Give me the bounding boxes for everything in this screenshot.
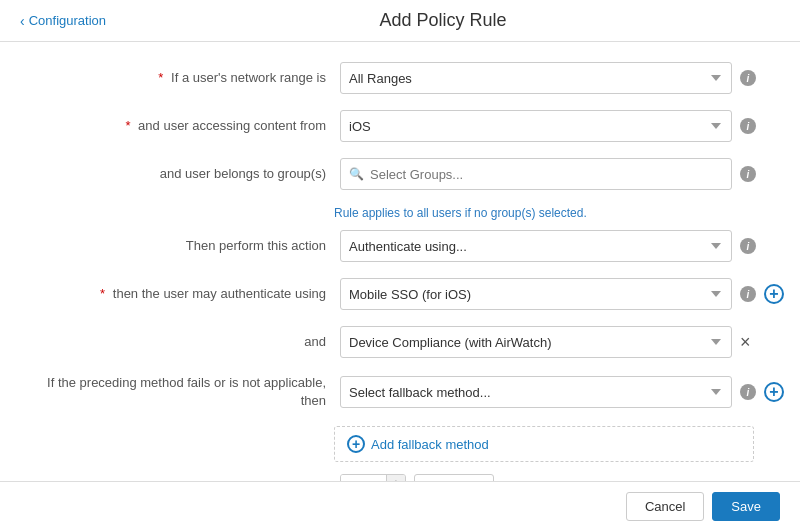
content-from-select[interactable]: iOS bbox=[340, 110, 732, 142]
reauth-unit-select[interactable]: Hours bbox=[414, 474, 494, 481]
content-from-select-wrapper: iOS bbox=[340, 110, 732, 142]
auth-method-select[interactable]: Mobile SSO (for iOS) bbox=[340, 278, 732, 310]
cancel-button[interactable]: Cancel bbox=[626, 492, 704, 521]
network-range-select[interactable]: All Ranges bbox=[340, 62, 732, 94]
form-row-action: Then perform this action Authenticate us… bbox=[0, 230, 800, 262]
page-title: Add Policy Rule bbox=[106, 10, 780, 31]
groups-info-icon[interactable]: i bbox=[740, 166, 756, 182]
auth-method-label: * then the user may authenticate using bbox=[20, 285, 340, 303]
groups-search-wrap[interactable]: 🔍 bbox=[340, 158, 732, 190]
fallback-select-wrapper: Select fallback method... bbox=[340, 376, 732, 408]
reauth-unit-select-wrapper: Hours bbox=[414, 474, 494, 481]
form-row-network-range: * If a user's network range is All Range… bbox=[0, 62, 800, 94]
reauth-control: ▲ ▼ Hours i bbox=[340, 474, 780, 481]
auth-method-select-wrapper: Mobile SSO (for iOS) bbox=[340, 278, 732, 310]
back-label: Configuration bbox=[29, 13, 106, 28]
content: * If a user's network range is All Range… bbox=[0, 42, 800, 481]
action-label: Then perform this action bbox=[20, 237, 340, 255]
groups-label: and user belongs to group(s) bbox=[20, 165, 340, 183]
page: ‹ Configuration Add Policy Rule * If a u… bbox=[0, 0, 800, 531]
fallback-select[interactable]: Select fallback method... bbox=[340, 376, 732, 408]
and-close-icon[interactable]: × bbox=[740, 333, 751, 351]
fallback-control: Select fallback method... i + bbox=[340, 376, 784, 408]
fallback-info-icon[interactable]: i bbox=[740, 384, 756, 400]
search-icon: 🔍 bbox=[349, 167, 364, 181]
and-select[interactable]: Device Compliance (with AirWatch) bbox=[340, 326, 732, 358]
groups-hint: Rule applies to all users if no group(s)… bbox=[0, 206, 800, 230]
auth-method-add-icon[interactable]: + bbox=[764, 284, 784, 304]
form-row-fallback: If the preceding method fails or is not … bbox=[0, 374, 800, 410]
save-button[interactable]: Save bbox=[712, 492, 780, 521]
groups-control: 🔍 i bbox=[340, 158, 780, 190]
back-link[interactable]: ‹ Configuration bbox=[20, 13, 106, 29]
action-select[interactable]: Authenticate using... bbox=[340, 230, 732, 262]
action-control: Authenticate using... i bbox=[340, 230, 780, 262]
required-star: * bbox=[158, 70, 163, 85]
action-select-wrapper: Authenticate using... bbox=[340, 230, 732, 262]
auth-method-control: Mobile SSO (for iOS) i + bbox=[340, 278, 784, 310]
and-select-wrapper: Device Compliance (with AirWatch) bbox=[340, 326, 732, 358]
form-row-reauth: * Re-authenticate after ▲ ▼ Hours i bbox=[0, 474, 800, 481]
network-range-info-icon[interactable]: i bbox=[740, 70, 756, 86]
back-chevron-icon: ‹ bbox=[20, 13, 25, 29]
reauth-number-wrap: ▲ ▼ bbox=[340, 474, 406, 481]
form-row-content-from: * and user accessing content from iOS i bbox=[0, 110, 800, 142]
add-fallback-circle-icon: + bbox=[347, 435, 365, 453]
content-from-info-icon[interactable]: i bbox=[740, 118, 756, 134]
form-row-and: and Device Compliance (with AirWatch) × bbox=[0, 326, 800, 358]
add-fallback-box: + Add fallback method bbox=[334, 426, 754, 462]
network-range-control: All Ranges i bbox=[340, 62, 780, 94]
and-control: Device Compliance (with AirWatch) × bbox=[340, 326, 780, 358]
groups-search-input[interactable] bbox=[370, 167, 723, 182]
action-info-icon[interactable]: i bbox=[740, 238, 756, 254]
content-from-control: iOS i bbox=[340, 110, 780, 142]
content-from-label: * and user accessing content from bbox=[20, 117, 340, 135]
fallback-label: If the preceding method fails or is not … bbox=[20, 374, 340, 410]
form-row-groups: and user belongs to group(s) 🔍 i bbox=[0, 158, 800, 190]
auth-method-info-icon[interactable]: i bbox=[740, 286, 756, 302]
required-star-3: * bbox=[100, 286, 105, 301]
network-range-label: * If a user's network range is bbox=[20, 69, 340, 87]
form-row-auth-method: * then the user may authenticate using M… bbox=[0, 278, 800, 310]
top-bar: ‹ Configuration Add Policy Rule bbox=[0, 0, 800, 42]
add-fallback-label: Add fallback method bbox=[371, 437, 489, 452]
and-label: and bbox=[20, 333, 340, 351]
network-range-select-wrapper: All Ranges bbox=[340, 62, 732, 94]
fallback-add-icon[interactable]: + bbox=[764, 382, 784, 402]
required-star-2: * bbox=[125, 118, 130, 133]
add-fallback-link[interactable]: + Add fallback method bbox=[347, 435, 489, 453]
footer: Cancel Save bbox=[0, 481, 800, 531]
